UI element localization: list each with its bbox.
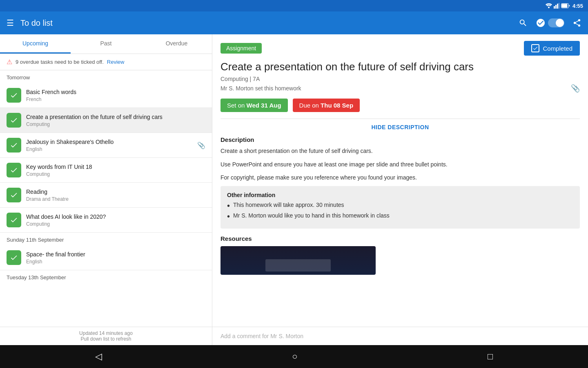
other-info-text-1: This homework will take approx. 30 minut… [233, 202, 344, 208]
task-item[interactable]: What does AI look like in 2020? Computin… [0, 208, 212, 233]
task-checkbox[interactable] [7, 113, 21, 128]
set-date: Wed 31 Aug [247, 102, 281, 109]
task-item[interactable]: Jealousy in Shakespeare's Othello Englis… [0, 133, 212, 158]
task-subject: Computing [26, 121, 205, 127]
home-button[interactable]: ○ [292, 351, 297, 362]
other-info-box: Other information • This homework will t… [220, 186, 580, 229]
task-title: Create a presentation on the future of s… [26, 113, 205, 121]
section-header-sunday: Sunday 11th September [0, 233, 212, 245]
completed-label: Completed [543, 45, 572, 52]
other-info-item-2: • Mr S. Morton would like you to hand in… [227, 212, 573, 220]
detail-teacher: Mr S. Morton set this homework 📎 [220, 84, 580, 93]
due-date: Thu 08 Sep [321, 102, 353, 109]
tab-upcoming[interactable]: Upcoming [0, 34, 71, 54]
task-checkbox[interactable] [7, 88, 21, 103]
app-title: To do list [20, 18, 512, 28]
back-button[interactable]: ◁ [95, 351, 102, 362]
task-item[interactable]: Key words from IT Unit 18 Computing [0, 158, 212, 183]
svg-rect-3 [557, 4, 558, 9]
share-icon[interactable] [572, 18, 581, 27]
assignment-badge: Assignment [220, 43, 262, 54]
toggle-switch[interactable] [548, 18, 564, 27]
task-title: Jealousy in Shakespeare's Othello [26, 138, 192, 146]
task-info: Space- the final frontier English [26, 251, 205, 265]
task-info: Reading Drama and Theatre [26, 188, 205, 202]
task-info: Jealousy in Shakespeare's Othello Englis… [26, 138, 192, 152]
detail-meta: Computing | 7A [220, 76, 580, 82]
task-title: Space- the final frontier [26, 251, 205, 258]
task-subject: English [26, 146, 192, 152]
due-on-badge: Due on Thu 08 Sep [293, 99, 360, 112]
teacher-text: Mr S. Morton set this homework [220, 85, 301, 92]
completed-button[interactable]: Completed [524, 41, 580, 56]
wifi-icon [546, 3, 552, 8]
task-checkbox[interactable] [7, 163, 21, 177]
updated-text: Updated 14 minutes ago [3, 330, 209, 336]
divider [220, 119, 580, 119]
svg-rect-6 [561, 4, 567, 8]
toggle-area [536, 18, 564, 28]
task-subject: Computing [26, 171, 205, 177]
tab-overdue[interactable]: Overdue [141, 34, 212, 54]
task-title: Reading [26, 188, 205, 195]
task-item[interactable]: Space- the final frontier English [0, 245, 212, 270]
paperclip-icon: 📎 [571, 84, 580, 93]
task-subject: English [26, 259, 205, 265]
menu-icon[interactable]: ☰ [7, 18, 14, 28]
set-on-label: Set on [227, 102, 245, 109]
battery-icon [561, 3, 570, 8]
detail-scroll: Assignment Completed Create a presentati… [212, 34, 588, 327]
other-info-item-1: • This homework will take approx. 30 min… [227, 202, 573, 210]
hide-description-link[interactable]: HIDE DESCRIPTION [220, 124, 580, 130]
tab-past[interactable]: Past [71, 34, 141, 54]
detail-title: Create a presentation on the future of s… [220, 61, 580, 73]
task-title: Key words from IT Unit 18 [26, 163, 205, 171]
task-item[interactable]: Create a presentation on the future of s… [0, 108, 212, 133]
bullet-icon: • [227, 212, 230, 220]
task-info: Create a presentation on the future of s… [26, 113, 205, 127]
left-panel: Upcoming Past Overdue ⚠ 9 overdue tasks … [0, 34, 212, 345]
status-icons [546, 3, 570, 9]
top-bar: ☰ To do list [0, 11, 588, 34]
task-checkbox[interactable] [7, 250, 21, 265]
task-subject: Computing [26, 221, 205, 227]
task-title: What does AI look like in 2020? [26, 213, 205, 220]
bottom-nav: ◁ ○ □ [0, 345, 588, 368]
task-checkbox[interactable] [7, 138, 21, 153]
status-time: 4:55 [572, 3, 583, 9]
tabs: Upcoming Past Overdue [0, 34, 212, 54]
set-on-badge: Set on Wed 31 Aug [220, 99, 288, 112]
task-item[interactable]: Basic French words French [0, 83, 212, 108]
svg-point-0 [548, 7, 550, 8]
task-title: Basic French words [26, 88, 205, 96]
due-on-label: Due on [299, 102, 319, 109]
task-checkbox[interactable] [7, 213, 21, 227]
date-badges: Set on Wed 31 Aug Due on Thu 08 Sep [220, 99, 580, 112]
section-header-tuesday: Tuesday 13th September [0, 270, 212, 283]
desc-line-3: For copyright, please make sure you refe… [220, 173, 580, 182]
task-subject: French [26, 96, 205, 102]
task-info: What does AI look like in 2020? Computin… [26, 213, 205, 227]
task-info: Basic French words French [26, 88, 205, 102]
task-info: Key words from IT Unit 18 Computing [26, 163, 205, 177]
resource-thumbnail[interactable] [220, 246, 376, 275]
task-subject: Drama and Theatre [26, 196, 205, 202]
task-list: Tomorrow Basic French words French Creat… [0, 70, 212, 327]
other-info-text-2: Mr S. Morton would like you to hand in t… [233, 212, 390, 219]
warning-icon: ⚠ [7, 58, 12, 66]
comment-input[interactable]: Add a comment for Mr S. Morton [212, 327, 588, 345]
desc-line-2: Use PowerPoint and ensure you have at le… [220, 160, 580, 169]
status-bar: 4:55 [0, 0, 588, 11]
attachment-icon: 📎 [197, 141, 205, 149]
task-item[interactable]: Reading Drama and Theatre [0, 183, 212, 208]
search-icon[interactable] [519, 18, 528, 27]
signal-icon [554, 3, 559, 9]
resource-card-inner [265, 259, 331, 272]
warning-text: 9 overdue tasks need to be ticked off. [16, 59, 104, 65]
main-layout: Upcoming Past Overdue ⚠ 9 overdue tasks … [0, 34, 588, 345]
svg-rect-1 [554, 6, 555, 9]
check-circle-icon [536, 18, 546, 28]
review-link[interactable]: Review [107, 59, 125, 65]
recent-button[interactable]: □ [488, 351, 493, 362]
task-checkbox[interactable] [7, 188, 21, 202]
